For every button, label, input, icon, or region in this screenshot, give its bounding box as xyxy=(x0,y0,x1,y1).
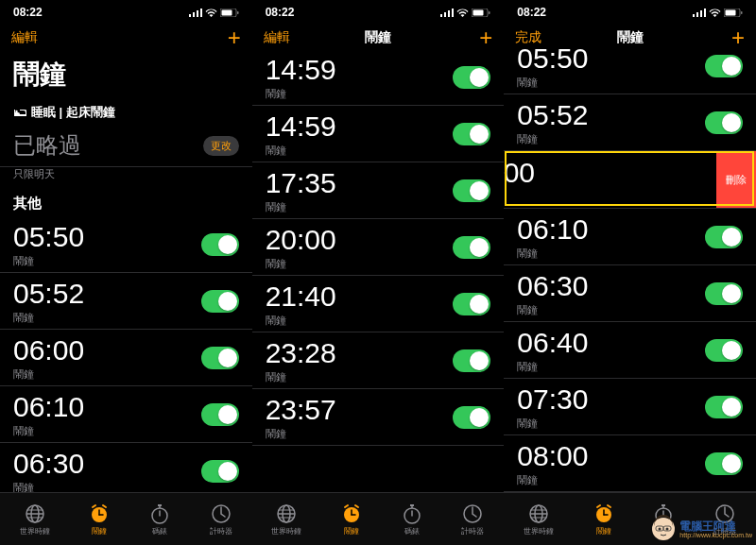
battery-icon xyxy=(472,9,490,17)
alarm-toggle[interactable] xyxy=(201,403,239,426)
svg-rect-64 xyxy=(662,504,665,506)
alarm-list[interactable]: 05:50鬧鐘05:52鬧鐘06:00鬧鐘06:10鬧鐘06:30鬧鐘 xyxy=(0,216,252,492)
tab-label: 世界時鐘 xyxy=(524,526,554,536)
alarm-row[interactable]: 08:00鬧鐘 xyxy=(504,435,756,492)
alarm-label: 鬧鐘 xyxy=(517,132,588,146)
svg-line-17 xyxy=(103,505,106,507)
tab-timer[interactable]: 計時器 xyxy=(461,503,484,536)
edit-button[interactable]: 編輯 xyxy=(11,29,38,46)
alarm-row[interactable]: 06:00鬧鐘 xyxy=(0,330,252,386)
alarm-list[interactable]: 05:50鬧鐘05:52鬧鐘ծ:00鬧鐘刪除06:10鬧鐘06:30鬧鐘06:4… xyxy=(504,38,756,492)
alarm-row[interactable]: 14:59鬧鐘 xyxy=(252,106,505,162)
svg-rect-5 xyxy=(221,9,232,15)
alarm-label: 鬧鐘 xyxy=(517,76,588,90)
tab-alarm[interactable]: 鬧鐘 xyxy=(593,503,614,536)
alarm-row[interactable]: 05:50鬧鐘 xyxy=(0,216,252,273)
tab-world-clock[interactable]: 世界時鐘 xyxy=(524,503,554,536)
alarm-toggle[interactable] xyxy=(705,282,743,305)
alarm-toggle[interactable] xyxy=(453,66,490,89)
sleep-alarm-row[interactable]: 已略過 更改 xyxy=(0,125,252,167)
wifi-icon xyxy=(456,9,469,17)
alarm-toggle[interactable] xyxy=(201,347,239,369)
tab-stopwatch[interactable]: 碼錶 xyxy=(402,503,422,536)
alarm-row[interactable]: 07:30鬧鐘 xyxy=(504,379,756,435)
alarm-row[interactable]: 06:10鬧鐘 xyxy=(0,386,252,443)
bed-icon xyxy=(13,108,26,117)
tab-world-clock[interactable]: 世界時鐘 xyxy=(271,503,301,536)
alarm-toggle[interactable] xyxy=(201,460,239,483)
alarm-toggle[interactable] xyxy=(705,226,743,248)
alarm-row[interactable]: 23:28鬧鐘 xyxy=(252,332,505,389)
status-time: 08:22 xyxy=(13,6,43,19)
svg-line-60 xyxy=(597,505,600,507)
stopwatch-icon xyxy=(149,503,170,524)
change-button[interactable]: 更改 xyxy=(203,136,239,156)
status-bar: 08:22 xyxy=(252,0,505,21)
alarm-label: 鬧鐘 xyxy=(266,144,336,158)
svg-rect-28 xyxy=(473,9,484,15)
svg-rect-50 xyxy=(725,9,735,15)
world-clock-icon xyxy=(276,503,297,524)
tab-alarm[interactable]: 鬧鐘 xyxy=(89,503,110,536)
svg-point-68 xyxy=(659,528,662,531)
svg-line-16 xyxy=(93,505,95,507)
alarm-toggle[interactable] xyxy=(453,293,490,315)
svg-rect-24 xyxy=(444,12,446,17)
add-alarm-button[interactable]: + xyxy=(228,26,241,49)
alarm-toggle[interactable] xyxy=(453,406,490,429)
svg-rect-26 xyxy=(452,9,454,17)
alarm-toggle[interactable] xyxy=(705,55,743,77)
tab-stopwatch[interactable]: 碼錶 xyxy=(149,503,170,536)
status-bar: 08:22 xyxy=(0,0,252,21)
tab-label: 世界時鐘 xyxy=(271,526,301,536)
alarm-toggle[interactable] xyxy=(705,452,743,475)
alarm-row[interactable]: 17:35鬧鐘 xyxy=(252,162,505,219)
alarm-label: 鬧鐘 xyxy=(13,254,84,268)
alarm-toggle[interactable] xyxy=(705,339,743,362)
alarm-icon xyxy=(341,503,362,524)
delete-button[interactable]: 刪除 xyxy=(716,151,756,208)
alarm-row[interactable]: 23:57鬧鐘 xyxy=(252,389,505,446)
alarm-toggle[interactable] xyxy=(201,233,239,256)
alarm-row[interactable]: 20:00鬧鐘 xyxy=(252,219,505,276)
sleep-subtitle: 只限明天 xyxy=(0,167,252,189)
alarm-row[interactable]: 05:50鬧鐘 xyxy=(504,38,756,94)
tab-timer[interactable]: 計時器 xyxy=(210,503,232,536)
alarm-toggle[interactable] xyxy=(453,179,490,202)
alarm-row[interactable]: 21:40鬧鐘 xyxy=(252,276,505,332)
alarm-time: 23:57 xyxy=(266,394,336,426)
alarm-row-swiped[interactable]: ծ:00鬧鐘刪除 xyxy=(504,151,756,209)
stopwatch-icon xyxy=(402,503,422,524)
phone-screen-3: 08:22 完成 鬧鐘 + 05:50鬧鐘05:52鬧鐘ծ:00鬧鐘刪除06:1… xyxy=(504,0,756,545)
tab-alarm[interactable]: 鬧鐘 xyxy=(341,503,362,536)
alarm-toggle[interactable] xyxy=(453,349,490,372)
add-alarm-button[interactable]: + xyxy=(479,26,492,49)
alarm-label: 鬧鐘 xyxy=(266,257,336,271)
alarm-row[interactable]: 06:10鬧鐘 xyxy=(504,209,756,265)
alarm-label: 鬧鐘 xyxy=(13,481,84,492)
tab-world-clock[interactable]: 世界時鐘 xyxy=(20,503,50,536)
svg-rect-48 xyxy=(704,9,706,17)
alarm-toggle[interactable] xyxy=(201,290,239,313)
signal-icon xyxy=(189,9,202,17)
svg-rect-29 xyxy=(489,11,490,14)
edit-button[interactable]: 編輯 xyxy=(264,29,290,46)
alarm-toggle[interactable] xyxy=(705,111,743,134)
alarm-row[interactable]: 14:59鬧鐘 xyxy=(252,49,505,106)
alarm-time: 05:50 xyxy=(13,221,84,253)
alarm-icon xyxy=(593,503,614,524)
tab-label: 鬧鐘 xyxy=(92,526,107,536)
alarm-time: 14:59 xyxy=(266,54,336,86)
alarm-toggle[interactable] xyxy=(453,236,490,259)
alarm-row[interactable]: 06:40鬧鐘 xyxy=(504,322,756,379)
alarm-toggle[interactable] xyxy=(705,396,743,418)
alarm-row[interactable]: 06:30鬧鐘 xyxy=(504,265,756,322)
alarm-toggle[interactable] xyxy=(453,123,490,145)
sleep-status: 已略過 xyxy=(13,130,81,161)
tab-label: 碼錶 xyxy=(152,526,167,536)
alarm-list[interactable]: 14:59鬧鐘14:59鬧鐘17:35鬧鐘20:00鬧鐘21:40鬧鐘23:28… xyxy=(252,49,505,492)
nav-bar: 編輯 + xyxy=(0,21,252,55)
alarm-row[interactable]: 05:52鬧鐘 xyxy=(0,273,252,330)
alarm-row[interactable]: 05:52鬧鐘 xyxy=(504,94,756,151)
alarm-row[interactable]: 06:30鬧鐘 xyxy=(0,443,252,492)
